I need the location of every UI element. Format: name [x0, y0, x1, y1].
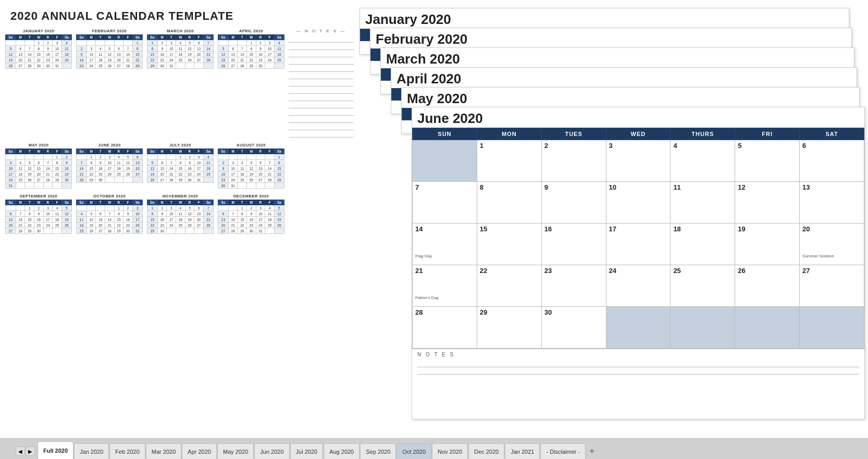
tab-dec-2020[interactable]: Dec 2020 [468, 443, 504, 459]
sc-feb-title: February 2020 [370, 28, 851, 48]
tab-may-2020[interactable]: May 2020 [217, 443, 254, 459]
tab-oct-2020[interactable]: Oct 2020 [396, 443, 431, 459]
mini-cal-nov-title: NOVEMBER 2020 [147, 194, 214, 199]
jun-cell-2: 2 [541, 140, 606, 182]
tab-nav-left[interactable]: ◀ [16, 446, 25, 456]
mini-cal-aug-title: AUGUST 2020 [218, 143, 284, 147]
tab-add-button[interactable]: + [586, 445, 598, 457]
jun-cell-20: 20 Summer Solstice [800, 224, 864, 265]
tab-jul-2020[interactable]: Jul 2020 [290, 443, 324, 459]
sc-may-title: May 2020 [402, 88, 859, 108]
mini-cal-sep-title: SEPTEMBER 2020 [5, 194, 72, 199]
mini-cal-mar: MARCH 2020 SuMTWRFSa 1234567 89101112131… [147, 29, 214, 138]
mini-cal-jan: JANUARY 2020 SuMTWRFSa 1234 567891011 12… [5, 29, 72, 138]
mini-cal-row-3: SEPTEMBER 2020 SuMTWRFSa 12345 678910111… [5, 194, 354, 234]
jun-cell-empty-3 [671, 307, 735, 349]
jun-notes-label: N O T E S [417, 352, 859, 357]
mini-cal-row-1: JANUARY 2020 SuMTWRFSa 1234 567891011 12… [5, 29, 354, 138]
jun-cell-23: 23 [541, 265, 606, 307]
mini-cal-jun-title: JUNE 2020 [76, 143, 143, 147]
summer-solstice-note: Summer Solstice [802, 254, 861, 258]
jun-cell-21: 21 Father's Day [413, 265, 477, 307]
jun-cell-13: 13 [800, 182, 864, 224]
mini-cal-jan-title: JANUARY 2020 [5, 29, 72, 33]
jun-cell-8: 8 [477, 182, 541, 224]
jun-col-sun: SUN [413, 128, 477, 140]
tab-jan-2021[interactable]: Jan 2021 [505, 443, 540, 459]
mini-cal-jun: JUNE 2020 SuMTWRFSa 123456 78910111213 1… [76, 143, 143, 189]
tab-jun-2020[interactable]: Jun 2020 [254, 443, 289, 459]
jun-week-3: 14 Flag Day 15 16 17 18 19 20 Summer Sol… [413, 224, 864, 265]
mini-cal-dec: DECEMBER 2020 SuMTWRFSa 12345 6789101112… [218, 194, 284, 234]
jun-week-1: 1 2 3 4 5 6 [413, 140, 864, 182]
mini-cal-apr: APRIL 2020 SuMTWRFSa 1234 567891011 1213… [218, 29, 284, 138]
mini-cal-aug: AUGUST 2020 SuMTWRFSa 1 2345678 91011121… [218, 143, 284, 189]
jun-cell-28: 28 [413, 307, 477, 349]
jun-week-2: 7 8 9 10 11 12 13 [413, 182, 864, 224]
jun-cell-25: 25 [671, 265, 735, 307]
jun-cell-4: 4 [671, 140, 735, 182]
jun-cell-10: 10 [606, 182, 671, 224]
jun-col-sat: SAT [800, 128, 864, 140]
tab-apr-2020[interactable]: Apr 2020 [182, 443, 217, 459]
jun-cell-9: 9 [541, 182, 606, 224]
jun-col-tue: TUES [541, 128, 606, 140]
jun-cell-empty-2 [606, 307, 671, 349]
jun-cell-3: 3 [606, 140, 671, 182]
tab-aug-2020[interactable]: Aug 2020 [324, 443, 359, 459]
fathers-day-note: Father's Day [415, 295, 474, 300]
jun-col-mon: MON [477, 128, 541, 140]
mini-cal-oct-title: OCTOBER 2020 [76, 194, 143, 199]
tab-mar-2020[interactable]: Mar 2020 [146, 443, 181, 459]
mini-cal-dec-title: DECEMBER 2020 [218, 194, 284, 199]
sc-apr-title: April 2020 [391, 68, 857, 88]
jun-cell-6: 6 [800, 140, 864, 182]
tab-nov-2020[interactable]: Nov 2020 [432, 443, 468, 459]
jun-col-fri: FRI [735, 128, 800, 140]
mini-cal-apr-title: APRIL 2020 [218, 29, 284, 33]
jun-cal-table: SUN MON TUES WED THURS FRI SAT 1 2 3 [412, 128, 864, 349]
jun-cell-7: 7 [413, 182, 477, 224]
jun-cell-1: 1 [477, 140, 541, 182]
tab-jan-2020[interactable]: Jan 2020 [74, 443, 109, 459]
jun-cell-15: 15 [477, 224, 541, 265]
page-title: 2020 ANNUAL CALENDAR TEMPLATE [10, 9, 233, 23]
jun-cell-11: 11 [671, 182, 735, 224]
mini-cal-jul-title: JULY 2020 [147, 143, 214, 147]
jun-notes-section: N O T E S [412, 349, 864, 377]
mini-cal-may-title: MAY 2020 [5, 143, 72, 147]
jun-cell-26: 26 [735, 265, 800, 307]
jun-cell-29: 29 [477, 307, 541, 349]
jun-cell-24: 24 [606, 265, 671, 307]
notes-lines [289, 35, 354, 138]
mini-cal-sep: SEPTEMBER 2020 SuMTWRFSa 12345 678910111… [5, 194, 72, 234]
jun-cell-5: 5 [735, 140, 800, 182]
tab-full-2020[interactable]: Full 2020 [38, 441, 73, 459]
jun-cell-17: 17 [606, 224, 671, 265]
mini-calendars: JANUARY 2020 SuMTWRFSa 1234 567891011 12… [5, 29, 354, 239]
tab-sep-2020[interactable]: Sep 2020 [360, 443, 396, 459]
jun-week-5: 28 29 30 [413, 307, 864, 349]
jun-col-wed: WED [606, 128, 671, 140]
jun-cell-16: 16 [541, 224, 606, 265]
jun-cell-14: 14 Flag Day [413, 224, 477, 265]
flag-day-note: Flag Day [415, 254, 474, 258]
jun-cell-12: 12 [735, 182, 800, 224]
main-area: 2020 ANNUAL CALENDAR TEMPLATE JANUARY 20… [0, 0, 868, 438]
jun-col-thu: THURS [671, 128, 735, 140]
notes-title: — N O T E S — [289, 29, 354, 33]
mini-cal-may: MAY 2020 SuMTWRFSa 12 3456789 1011121314… [5, 143, 72, 189]
jun-cell-empty-4 [735, 307, 800, 349]
stacked-cal-jun: June 2020 SUN MON TUES WED THURS FRI SAT [412, 107, 865, 419]
sc-jun-title: June 2020 [412, 107, 864, 128]
tab-disclaimer[interactable]: - Disclaimer - [540, 443, 586, 459]
tab-feb-2020[interactable]: Feb 2020 [109, 443, 145, 459]
jun-cell-empty-5 [800, 307, 864, 349]
mini-cal-feb-title: FEBRUARY 2020 [76, 29, 143, 33]
jun-week-4: 21 Father's Day 22 23 24 25 26 27 [413, 265, 864, 307]
jun-cell-22: 22 [477, 265, 541, 307]
mini-cal-feb: FEBRUARY 2020 SuMTWRFSa 1 2345678 910111… [76, 29, 143, 138]
tab-nav-right[interactable]: ▶ [26, 446, 35, 456]
sc-mar-title: March 2020 [381, 48, 854, 68]
sc-jan-title: January 2020 [360, 8, 849, 29]
